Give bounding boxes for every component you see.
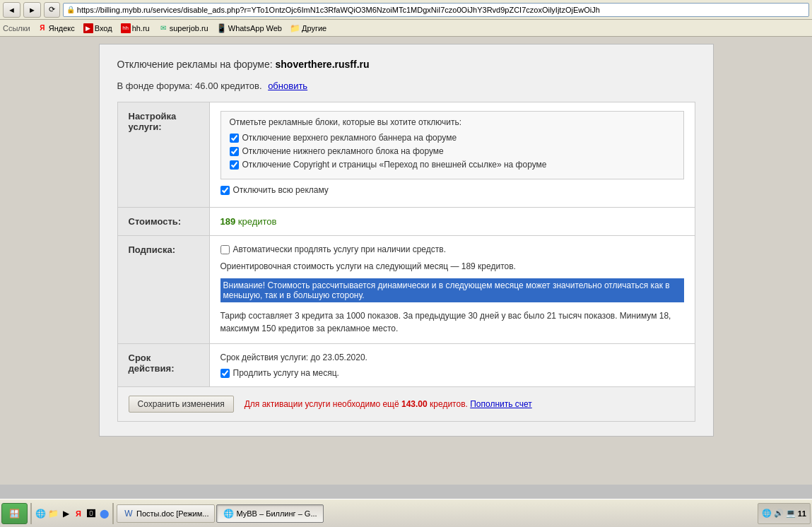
taskbar-icon-explorer[interactable]: 📁 [47,508,59,519]
bookmarks-bar: Ссылки Я Яндекс ▶ Вход hh hh.ru ✉ superj… [0,20,812,37]
save-button[interactable]: Сохранить изменения [129,396,234,413]
validity-extend-checkbox[interactable] [220,369,230,378]
checkbox-group-title: Отметьте рекламные блоки, которые вы хот… [230,117,675,127]
chrome-tab-icon: 🌐 [223,508,234,519]
subscription-auto-label: Автоматически продлять услугу при наличи… [233,244,446,254]
bookmark-drugie[interactable]: 📁 Другие [287,22,330,35]
taskbar-mybb-label: МуВВ – Биллинг – G... [236,509,317,518]
subscription-warning: Внимание! Стоимость рассчитывается динам… [220,278,684,302]
validity-date-value: 23.05.2020. [323,353,367,362]
checkbox-bottom-block[interactable] [230,147,239,156]
validity-extend-label: Продлить услугу на месяц. [233,368,339,378]
bookmark-hh-label: hh.ru [132,24,150,32]
page-container: Отключение рекламы на форуме: shoverther… [99,44,714,437]
taskbar-divider-2 [112,503,114,524]
address-bar[interactable]: 🔒 https://billing.mybb.ru/services/disab… [63,3,809,17]
bookmark-yandex-label: Яндекс [49,24,75,32]
whatsapp-icon: 📱 [217,23,227,33]
taskbar-icon-media[interactable]: ▶ [60,508,71,519]
bookmark-vhod-label: Вход [95,24,112,32]
page-area: Отключение рекламы на форуме: shoverther… [0,37,812,485]
subscription-content: Автоматически продлять услугу при наличи… [209,236,695,344]
tray-volume-icon: 🔊 [774,509,784,518]
checkbox-item-copyright: Отключение Copyright и страницы «Переход… [230,160,675,170]
balance-amount: 46.00 кредитов. [195,81,261,91]
system-clock: 11 [798,509,806,518]
checkbox-all-ads-label: Отключить всю рекламу [233,185,329,195]
bookmark-hh[interactable]: hh hh.ru [117,22,153,35]
checkbox-copyright-label: Отключение Copyright и страницы «Переход… [242,160,547,170]
main-table: Настройка услуги: Отметьте рекламные бло… [117,102,695,422]
bookmark-whatsapp[interactable]: 📱 WhatsApp Web [213,22,286,35]
service-settings-content: Отметьте рекламные блоки, которые вы хот… [209,102,695,208]
taskbar: 🪟 🌐 📁 ▶ Я 🅾 ⬤ W Посты.doc [Режим... 🌐 Му… [0,499,812,527]
bookmark-superjob-label: superjob.ru [170,24,208,32]
checkbox-copyright[interactable] [230,160,239,170]
tray-laptop-icon: 💻 [786,509,796,518]
save-row-content: Сохранить изменения Для активации услуги… [117,387,695,422]
start-icon: 🪟 [9,509,20,519]
ssl-lock-icon: 🔒 [66,6,75,13]
yandex-icon: Я [37,23,47,33]
vhod-icon: ▶ [83,23,93,33]
cost-content: 189 кредитов [209,208,695,236]
system-tray: 🌐 🔊 💻 11 [758,503,811,524]
save-row: Сохранить изменения Для активации услуги… [117,387,695,422]
bookmark-yandex[interactable]: Я Яндекс [34,22,78,35]
checkbox-item-bottom-block: Отключение нижнего рекламного блока на ф… [230,146,675,156]
validity-row: Срок действия: Срок действия услуги: до … [117,344,695,387]
checkbox-bottom-block-label: Отключение нижнего рекламного блока на ф… [242,146,444,156]
subscription-auto-checkbox[interactable] [220,245,230,254]
page-title-domain: shoverthere.rusff.ru [276,59,370,70]
subscription-row: Подписка: Автоматически продлять услугу … [117,236,695,344]
hh-icon: hh [121,23,131,33]
activation-prefix: Для активации услуги необходимо ещё [245,399,399,409]
folder-icon: 📁 [290,23,300,33]
taskbar-divider [30,503,32,524]
url-text: https://billing.mybb.ru/services/disable… [77,6,600,14]
validity-label: Срок действия: [117,344,209,387]
superjob-icon: ✉ [158,23,168,33]
cost-amount: 189 [220,216,236,227]
taskbar-mybb[interactable]: 🌐 МуВВ – Биллинг – G... [216,504,323,523]
back-button[interactable]: ◄ [3,2,20,18]
taskbar-icon-chrome[interactable]: ⬤ [98,508,110,519]
activation-notice: Для активации услуги необходимо ещё 143.… [245,399,532,409]
subscription-auto: Автоматически продлять услугу при наличи… [220,244,684,254]
service-settings-label: Настройка услуги: [117,102,209,208]
subscription-label: Подписка: [117,236,209,344]
start-button[interactable]: 🪟 [1,503,28,524]
taskbar-icon-opera[interactable]: 🅾 [86,508,97,519]
balance-refresh-link[interactable]: обновить [268,81,307,91]
balance-prefix: В фонде форума: [117,81,193,91]
activation-suffix: кредитов. [430,399,468,409]
bookmark-drugie-label: Другие [302,24,326,32]
word-icon: W [123,508,134,519]
cost-unit-text: кредитов [238,216,277,227]
checkboxes-group: Отметьте рекламные блоки, которые вы хот… [220,111,684,179]
forward-button[interactable]: ► [23,2,41,18]
nav-bar: ◄ ► ⟳ 🔒 https://billing.mybb.ru/services… [0,0,812,20]
bookmark-whatsapp-label: WhatsApp Web [228,24,282,32]
activation-amount: 143.00 [401,399,428,409]
page-title-prefix: Отключение рекламы на форуме: [117,59,273,70]
balance-line: В фонде форума: 46.00 кредитов. обновить [117,81,695,91]
bookmark-vhod[interactable]: ▶ Вход [80,22,116,35]
taskbar-icon-ya[interactable]: Я [73,508,84,519]
service-settings-row: Настройка услуги: Отметьте рекламные бло… [117,102,695,208]
cost-label: Стоимость: [117,208,209,236]
page-title: Отключение рекламы на форуме: shoverther… [117,59,695,70]
bookmarks-label: Ссылки [3,24,30,32]
activation-link[interactable]: Пополнить счет [470,399,532,409]
bookmark-superjob[interactable]: ✉ superjob.ru [155,22,212,35]
checkbox-all-ads[interactable] [220,186,230,195]
taskbar-icon-browser[interactable]: 🌐 [35,508,46,519]
taskbar-posts-doc[interactable]: W Посты.doc [Режим... [117,504,215,523]
subscription-note: Ориентировочная стоимость услуги на след… [220,261,684,271]
checkbox-item-top-banner: Отключение верхнего рекламного баннера н… [230,133,675,143]
validity-extend: Продлить услугу на месяц. [220,368,684,378]
refresh-button[interactable]: ⟳ [44,2,60,18]
taskbar-posts-label: Посты.doc [Режим... [136,509,208,518]
checkbox-top-banner[interactable] [230,134,239,143]
tray-network-icon: 🌐 [762,509,772,518]
